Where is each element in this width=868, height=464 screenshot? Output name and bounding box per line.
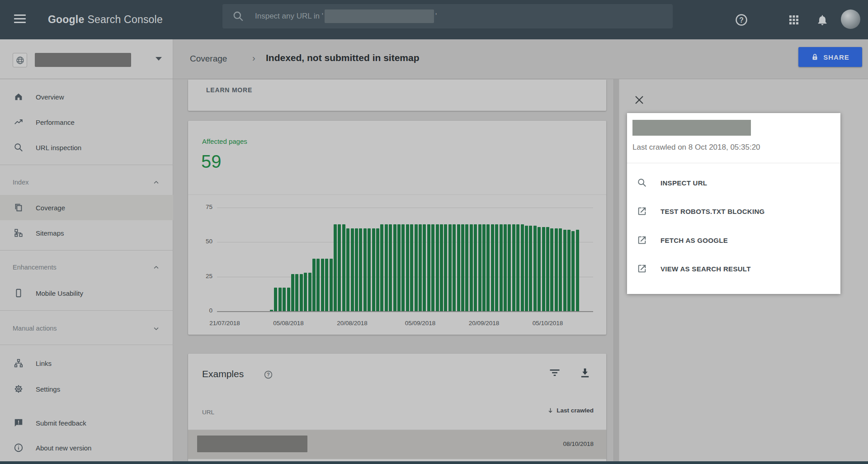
examples-help-icon[interactable]: ?: [264, 370, 273, 381]
menu-item-test-robots[interactable]: TEST ROBOTS.TXT BLOCKING: [627, 199, 840, 224]
topbar: Google Search Console Inspect any URL in…: [0, 0, 868, 39]
menu-item-view-as-search-result[interactable]: VIEW AS SEARCH RESULT: [627, 256, 840, 281]
chart-bar: [453, 224, 456, 311]
x-axis-tick: 20/09/2018: [457, 320, 511, 327]
chart-bar: [304, 273, 307, 311]
sidebar-item-submit-feedback[interactable]: Submit feedback: [0, 410, 173, 436]
google-search-console-screen: Google Search Console Inspect any URL in…: [0, 0, 868, 464]
home-icon: [14, 92, 24, 102]
learn-more-link[interactable]: LEARN MORE: [206, 86, 252, 94]
chart-bar: [521, 224, 524, 311]
examples-title: Examples: [202, 369, 244, 379]
chart-bar: [363, 228, 367, 311]
chart-bar: [359, 228, 362, 311]
sidebar-divider: [0, 310, 173, 311]
chart-bar: [465, 224, 468, 311]
chart-bar: [444, 224, 447, 311]
header-divider: [0, 79, 868, 79]
chevron-up-icon: [153, 179, 160, 186]
chart-bar: [512, 224, 515, 311]
chart-bar: [529, 226, 532, 311]
chart-bar: [372, 228, 375, 311]
row-url-redacted: [197, 436, 307, 452]
chevron-down-icon: [153, 325, 160, 332]
sidebar-section-index[interactable]: Index: [0, 173, 173, 191]
url-inspection-searchbar[interactable]: Inspect any URL in ' ': [222, 4, 673, 28]
help-icon[interactable]: ?: [733, 0, 750, 39]
x-axis-tick: 20/08/2018: [325, 320, 379, 327]
chart-bar: [538, 227, 541, 311]
chart-bar: [316, 259, 320, 311]
sidebar-item-performance[interactable]: Performance: [0, 109, 173, 135]
open-in-new-icon: [637, 206, 647, 216]
chart-bar: [351, 228, 354, 311]
chart-bar: [571, 231, 575, 311]
chart-bar: [270, 310, 273, 311]
chart-bar: [508, 224, 511, 311]
avatar[interactable]: [841, 9, 860, 29]
links-hub-icon: [14, 358, 24, 368]
chart-bar: [555, 228, 558, 311]
search-placeholder-suffix: ': [435, 12, 437, 21]
property-caret-down-icon[interactable]: [156, 57, 162, 61]
sidebar-item-sitemaps[interactable]: Sitemaps: [0, 220, 173, 246]
hamburger-menu-icon[interactable]: [14, 14, 26, 24]
chart-bar: [355, 228, 358, 311]
x-axis-tick: 21/07/2018: [198, 320, 252, 327]
chart-bar: [567, 230, 571, 311]
chart-bar: [397, 224, 401, 311]
url-actions-popup: Last crawled on 8 Oct 2018, 05:35:20 INS…: [627, 113, 840, 294]
chart-bar: [550, 228, 553, 311]
vertical-scrollbar[interactable]: [613, 79, 619, 464]
sidebar-item-coverage[interactable]: Coverage: [0, 195, 173, 220]
chart-bar: [448, 224, 452, 311]
chart-bar: [376, 228, 379, 311]
y-axis-tick: 25: [193, 273, 212, 279]
logo-search-console: Search Console: [87, 14, 162, 26]
svg-text:?: ?: [267, 372, 269, 377]
row-last-crawled: 08/10/2018: [563, 440, 594, 447]
sidebar-item-overview[interactable]: Overview: [0, 84, 173, 109]
open-in-new-icon: [637, 235, 647, 245]
y-axis-tick: 75: [193, 204, 212, 210]
apps-grid-icon[interactable]: [786, 0, 802, 39]
filter-icon[interactable]: [548, 366, 561, 381]
chart-bar: [542, 227, 545, 311]
popup-last-crawled-text: Last crawled on 8 Oct 2018, 05:35:20: [632, 143, 760, 152]
chart-bar: [461, 224, 464, 311]
popup-divider: [627, 163, 840, 163]
logo-google: Google: [48, 14, 84, 26]
sidebar-item-about-new-version[interactable]: About new version: [0, 435, 173, 460]
menu-item-inspect-url[interactable]: INSPECT URL: [627, 170, 840, 195]
column-header-last-crawled[interactable]: Last crawled: [547, 407, 594, 414]
lock-icon: [811, 53, 819, 61]
sidebar-item-settings[interactable]: Settings: [0, 376, 173, 402]
download-icon[interactable]: [579, 366, 591, 381]
search-icon: [14, 142, 24, 152]
menu-item-fetch-as-google[interactable]: FETCH AS GOOGLE: [627, 227, 840, 253]
sidebar-item-url-inspection[interactable]: URL inspection: [0, 135, 173, 160]
chart-bar: [504, 224, 507, 311]
chart-bar: [346, 228, 349, 311]
sidebar-item-mobile-usability[interactable]: Mobile Usability: [0, 280, 173, 306]
sidebar-item-links[interactable]: Links: [0, 350, 173, 376]
summary-chart-divider: [188, 194, 606, 195]
share-button[interactable]: SHARE: [798, 47, 862, 67]
x-axis-tick: 05/08/2018: [261, 320, 316, 327]
chart-bar: [325, 259, 328, 311]
sidebar-section-enhancements[interactable]: Enhancements: [0, 258, 173, 276]
gear-icon: [14, 384, 24, 394]
chart-bar: [546, 227, 549, 311]
examples-card: Examples ? URL Last crawled: [188, 354, 606, 461]
table-row[interactable]: 08/10/2018: [188, 430, 606, 459]
breadcrumb-coverage-link[interactable]: Coverage: [190, 54, 227, 64]
chart-bar: [308, 273, 311, 311]
notifications-bell-icon[interactable]: [814, 0, 831, 39]
close-icon[interactable]: [634, 95, 645, 105]
chart-bar: [423, 224, 426, 311]
feedback-icon: [14, 418, 24, 428]
summary-label: Affected pages: [202, 137, 247, 145]
sidebar-section-manual-actions[interactable]: Manual actions: [0, 319, 173, 337]
search-redacted-property: [325, 9, 434, 23]
property-selector[interactable]: [35, 53, 131, 67]
